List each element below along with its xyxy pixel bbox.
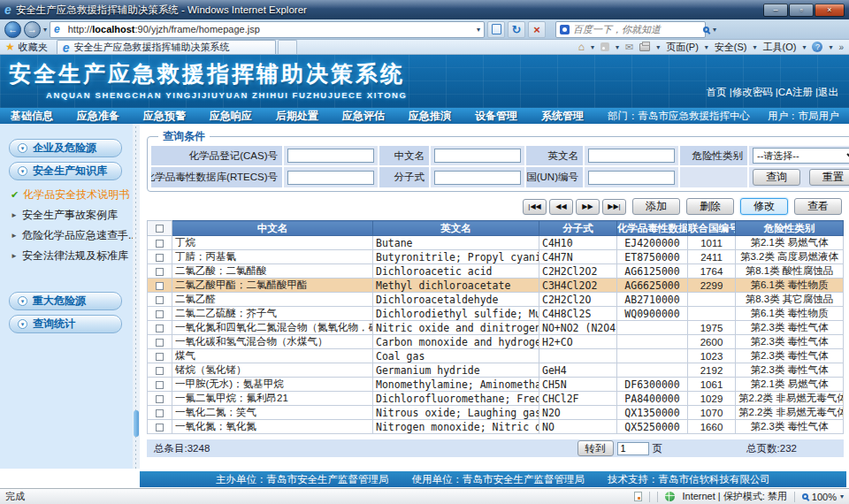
column-header-4[interactable]: 联合国编号	[688, 221, 736, 236]
tools-menu[interactable]: 工具(O)	[763, 41, 797, 54]
reset-button[interactable]: 重置	[809, 169, 849, 186]
nav-item-6[interactable]: 应急推演	[409, 109, 451, 124]
row-checkbox[interactable]	[156, 395, 164, 403]
row-checkbox[interactable]	[156, 409, 164, 417]
page-menu[interactable]: 页面(P)	[666, 41, 699, 54]
search-button[interactable]: 查询	[753, 169, 800, 186]
nav-item-3[interactable]: 应急响应	[210, 109, 252, 124]
table-row[interactable]: 锗烷（氢化锗）Germanium hydrideGeH42192第2.3类 毒性…	[148, 363, 844, 378]
back-button[interactable]: ←	[4, 21, 21, 38]
nav-item-1[interactable]: 应急准备	[77, 109, 119, 124]
row-checkbox[interactable]	[156, 310, 164, 318]
select-all-checkbox[interactable]	[156, 225, 164, 233]
search-dropdown-icon[interactable]: ▾	[713, 26, 716, 34]
view-button[interactable]: 查看	[794, 198, 842, 215]
new-tab-button[interactable]	[278, 40, 297, 54]
address-input[interactable]: e http://localhost:90/yjzh/frame/homepag…	[50, 21, 485, 38]
table-row[interactable]: 一甲胺(无水)；氨基甲烷Monomethylamine; Aminomethan…	[148, 378, 844, 392]
home-dropdown-icon[interactable]: ▾	[591, 43, 594, 51]
column-header-2[interactable]: 分子式	[539, 221, 617, 236]
nav-item-2[interactable]: 应急预警	[143, 109, 186, 124]
first-page-button[interactable]: |◀◀	[523, 199, 547, 215]
table-row[interactable]: 二氯乙酸；二氯醋酸Dichloroacetic acidC2H2Cl2O2AG6…	[148, 264, 844, 279]
nav-item-4[interactable]: 后期处置	[276, 109, 318, 124]
en-name-input[interactable]	[588, 149, 675, 163]
column-header-1[interactable]: 英文名	[373, 221, 539, 236]
header-link-0[interactable]: 首页	[706, 87, 726, 97]
sidebar-item-3[interactable]: ►安全法律法规及标准库	[11, 248, 129, 263]
print-icon[interactable]	[639, 43, 650, 51]
minimize-button[interactable]: –	[763, 4, 788, 17]
history-dropdown-icon[interactable]: ▾	[43, 26, 47, 34]
table-row[interactable]: 二氯二乙硫醚；芥子气Dichlorodiethyl sulfide; Musta…	[148, 307, 844, 321]
page-number-input[interactable]	[617, 442, 649, 455]
nav-item-7[interactable]: 设备管理	[475, 109, 517, 124]
row-checkbox[interactable]	[156, 424, 164, 431]
row-checkbox[interactable]	[156, 381, 164, 389]
forward-button[interactable]: →	[24, 21, 41, 38]
table-row[interactable]: 一氟二氯甲烷；氟利昂21Dichlorofluoromethane; Freon…	[148, 392, 844, 406]
row-checkbox[interactable]	[156, 367, 164, 375]
rtecs-input[interactable]	[287, 171, 374, 185]
cas-input[interactable]	[287, 149, 374, 163]
search-box[interactable]: ▾	[555, 21, 706, 38]
table-row[interactable]: 一氧化碳和氢气混合物（水煤气）Carbon monoxide and hydro…	[148, 335, 844, 349]
row-checkbox[interactable]	[156, 268, 164, 276]
row-checkbox[interactable]	[156, 240, 164, 248]
sidebar-group-query-stats[interactable]: ▾ 查询统计	[9, 315, 122, 333]
search-input[interactable]	[573, 24, 700, 34]
hazard-class-select[interactable]: --请选择--	[753, 148, 849, 164]
sidebar-group-major-hazard[interactable]: ▾ 重大危险源	[9, 292, 122, 310]
browser-tab[interactable]: e 安全生产应急救援指挥辅助决策系统	[57, 40, 276, 54]
maximize-button[interactable]: ▫	[789, 4, 814, 17]
help-icon[interactable]: ?	[812, 42, 822, 52]
sidebar-item-0[interactable]: ✔化学品安全技术说明书	[11, 187, 129, 202]
mail-icon[interactable]: ✉	[625, 42, 633, 53]
delete-button[interactable]: 删除	[686, 198, 734, 215]
row-checkbox[interactable]	[156, 254, 164, 262]
sidebar-group-enterprise[interactable]: ▾ 企业及危险源	[9, 139, 122, 157]
overflow-chevron-icon[interactable]: »	[838, 42, 844, 52]
address-dropdown-icon[interactable]: ▾	[477, 26, 480, 34]
column-header-3[interactable]: 化学品毒性数据...	[617, 221, 688, 236]
nav-item-0[interactable]: 基础信息	[11, 109, 53, 124]
table-row[interactable]: 一氧化二氮；笑气Nitrous oxide; Laughing gasN2OQX…	[148, 406, 844, 420]
un-input[interactable]	[588, 171, 675, 185]
row-checkbox[interactable]	[156, 353, 164, 361]
prev-page-button[interactable]: ◀◀	[549, 199, 573, 215]
feeds-icon[interactable]	[600, 42, 609, 51]
header-link-1[interactable]: 修改密码	[732, 87, 773, 97]
row-checkbox[interactable]	[156, 339, 164, 347]
table-row[interactable]: 丁烷ButaneC4H10EJ42000001011第2.1类 易燃气体	[148, 236, 844, 250]
cn-name-input[interactable]	[434, 149, 521, 163]
table-row[interactable]: 二氯乙酸甲酯；二氯醋酸甲酯Methyl dichloroacetateC3H4C…	[148, 279, 844, 293]
compatibility-view-button[interactable]	[487, 21, 505, 38]
add-button[interactable]: 添加	[632, 198, 680, 215]
close-button[interactable]: ×	[815, 4, 845, 17]
document-alert-icon[interactable]	[634, 492, 642, 501]
formula-input[interactable]	[434, 171, 521, 185]
last-page-button[interactable]: ▶▶|	[602, 199, 626, 215]
nav-item-5[interactable]: 应急评估	[342, 109, 385, 124]
refresh-button[interactable]: ↻	[508, 21, 525, 38]
favorites-button[interactable]: 收藏夹	[19, 41, 48, 54]
next-page-button[interactable]: ▶▶	[576, 199, 600, 215]
sidebar-group-knowledge[interactable]: ▾ 安全生产知识库	[9, 162, 122, 180]
table-row[interactable]: 二氯乙醛DichloroacetaldehydeC2H2Cl2OAB271000…	[148, 293, 844, 307]
frame-splitter[interactable]	[133, 124, 140, 469]
stop-button[interactable]: ×	[528, 21, 546, 38]
sidebar-scrollbar[interactable]	[134, 410, 139, 437]
modify-button[interactable]: 修改	[740, 198, 788, 215]
favorites-star-icon[interactable]: ★	[5, 41, 15, 53]
row-checkbox[interactable]	[156, 325, 164, 332]
header-link-2[interactable]: CA注册	[778, 87, 813, 97]
sidebar-item-1[interactable]: ►安全生产事故案例库	[11, 208, 129, 223]
sidebar-item-2[interactable]: ►危险化学品应急速查手...	[11, 228, 129, 243]
safety-menu[interactable]: 安全(S)	[715, 41, 747, 54]
row-checkbox[interactable]	[156, 282, 164, 290]
nav-item-8[interactable]: 系统管理	[541, 109, 584, 124]
print-dropdown-icon[interactable]: ▾	[656, 43, 660, 51]
table-row[interactable]: 一氧化氮和四氧化二氮混合物（氮氧化物，硝基气，氧化氮气体）Nitric oxid…	[148, 321, 844, 335]
zoom-control[interactable]: 100% ▾	[802, 492, 844, 502]
table-row[interactable]: 一氧化氮；氧化氮Nitrogen monoxide; Nitric oxideN…	[148, 420, 844, 434]
